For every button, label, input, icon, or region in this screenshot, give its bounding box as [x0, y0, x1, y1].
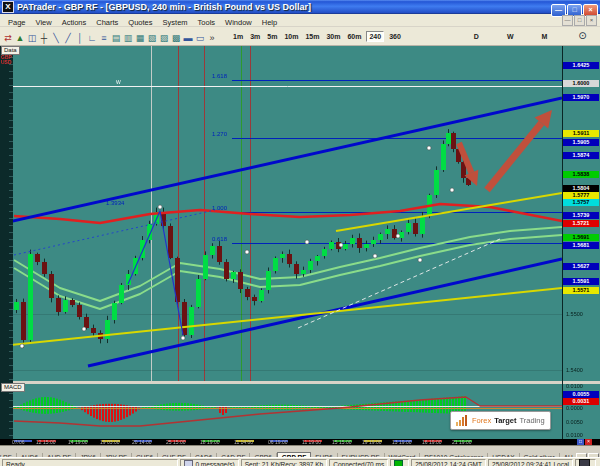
connection-panel-text: Connected/70 ms [333, 460, 384, 466]
instrument-tab-wildcard[interactable]: WildCard [385, 453, 421, 457]
instrument-tab-cad6[interactable]: CAD6 [191, 453, 217, 457]
toolbar-icons: ⇄▲◫┼╲╱│∟≡▤▥▦▧▨▩▬▭» [2, 27, 218, 45]
instrument-tab-gold-silver[interactable]: Gold-silver [520, 453, 560, 457]
timeframe-240[interactable]: 240 [366, 31, 384, 42]
timeframe-60m[interactable]: 60m [345, 32, 363, 41]
instrument-tab-usdax[interactable]: USDAX [488, 453, 519, 457]
instrument-tab-aud6[interactable]: AUD6 [17, 453, 43, 457]
timeframe-3m[interactable]: 3m [248, 32, 262, 41]
menu-bar: PageViewActionsChartsQuotesSystemToolsWi… [0, 14, 600, 27]
vertical-line-icon[interactable]: │ [74, 32, 86, 45]
timeframe-buttons: 1m3m5m10m15m30m60m240360 [228, 31, 403, 42]
period-d[interactable]: D [471, 32, 482, 41]
menu-help[interactable]: Help [257, 18, 282, 27]
instrument-tab-eur6[interactable]: EUR6 [311, 453, 337, 457]
toolbar: ⇄▲◫┼╲╱│∟≡▤▥▦▧▨▩▬▭» 1m3m5m10m15m30m60m240… [0, 27, 600, 46]
menu-page[interactable]: Page [3, 18, 31, 27]
period-m[interactable]: M [538, 32, 550, 41]
mdi-close-button[interactable]: × [586, 15, 597, 26]
menu-view[interactable]: View [31, 18, 57, 27]
messages-panel-text: 0 message(s) [195, 460, 234, 466]
status-ready: Ready [2, 459, 178, 466]
instrument-tab-chf-rf[interactable]: CHF RF [158, 453, 191, 457]
instrument-tabs: Y RFAUD6AUD RFJPY6JPY RFCHF6CHF RFCAD6CA… [0, 446, 578, 457]
menu-quotes[interactable]: Quotes [123, 18, 157, 27]
instrument-tab-aud-rf[interactable]: AUD RF [43, 453, 76, 457]
traffic-panel: Sent: 21 Kb/Recv: 3897 Kb [241, 459, 327, 466]
logo-bars-icon [456, 415, 468, 426]
application-window: X PATrader - GBP RF - [GBPUSD, 240 min -… [0, 0, 600, 466]
timeframe-1m[interactable]: 1m [231, 32, 245, 41]
instrument-tabs-bar: Y RFAUD6AUD RFJPY6JPY RFCHF6CHF RFCAD6CA… [0, 445, 600, 457]
pointer-icon[interactable]: ╲ [50, 32, 62, 45]
timeframe-30m[interactable]: 30m [324, 32, 342, 41]
logo-word-trading: Trading [520, 416, 545, 425]
instrument-tab-jpy-rf[interactable]: JPY RF [101, 453, 132, 457]
clock-icon[interactable]: ⊙ [578, 28, 586, 44]
angle-line-icon[interactable]: ∟ [86, 32, 98, 45]
tabs-scroll-right-icon[interactable]: ► [588, 453, 599, 457]
chart-area: Data GBPUSD MACD 1.6181.2701.0000.6181.3… [0, 46, 600, 445]
new-chart-icon[interactable]: ◫ [26, 32, 38, 45]
logo-word-target: Target [494, 416, 516, 425]
local-time-panel: 25/08/2012 09:24:41 Local [488, 459, 573, 466]
connect-icon[interactable]: ⇄ [2, 32, 14, 45]
volume-icon[interactable]: ▬ [182, 32, 194, 45]
tab-data[interactable]: Data [1, 46, 20, 55]
bar-chart-icon[interactable]: ▤ [110, 32, 122, 45]
logo-word-forex: Forex [472, 416, 491, 425]
menu-tools[interactable]: Tools [193, 18, 221, 27]
mdi-restore-button[interactable]: □ [574, 15, 585, 26]
timeframe-10m[interactable]: 10m [282, 32, 300, 41]
period-w[interactable]: W [504, 32, 517, 41]
histogram-icon[interactable]: ▧ [146, 32, 158, 45]
timeframe-15m[interactable]: 15m [303, 32, 321, 41]
app-tray-icon-glyph [579, 459, 590, 466]
symbol-label: GBPUSD [1, 55, 15, 65]
pane-close-button[interactable]: × [585, 439, 592, 445]
connection-status-icon-glyph [394, 460, 403, 466]
instrument-tab-chf6[interactable]: CHF6 [132, 453, 158, 457]
tab-macd[interactable]: MACD [1, 383, 25, 392]
pane-restore-button[interactable]: □ [577, 439, 584, 445]
traffic-panel-text: Sent: 21 Kb/Recv: 3897 Kb [245, 460, 323, 466]
menu-charts[interactable]: Charts [91, 18, 123, 27]
timeframe-5m[interactable]: 5m [265, 32, 279, 41]
messages-panel: 0 message(s) [180, 459, 238, 466]
tabs-scroll-buttons: ◄► [574, 446, 600, 457]
status-panels: 0 message(s)Sent: 21 Kb/Recv: 3897 KbCon… [180, 459, 598, 466]
mdi-minimize-button[interactable]: — [562, 15, 573, 26]
instrument-tab-jpy6[interactable]: JPY6 [76, 453, 101, 457]
period-buttons: DWM [449, 32, 551, 41]
gmt-time-panel: 25/08/2012 14:24 GMT [411, 459, 486, 466]
local-time-panel-text: 25/08/2012 09:24:41 Local [492, 460, 569, 466]
renko-icon[interactable]: ▩ [170, 32, 182, 45]
instrument-tab-y-rf[interactable]: Y RF [0, 453, 17, 457]
instrument-tab-gbp6[interactable]: GBP6 [250, 453, 276, 457]
fib-levels-icon[interactable]: ≡ [98, 32, 110, 45]
area-chart-icon[interactable]: ▦ [134, 32, 146, 45]
connection-status-icon [390, 459, 409, 466]
mdi-window-controls: —□× [561, 15, 597, 26]
instrument-tab-gbp-rf[interactable]: GBP RF [277, 452, 311, 457]
point-figure-icon[interactable]: ▨ [158, 32, 170, 45]
menu-system[interactable]: System [158, 18, 193, 27]
price-chart-canvas[interactable] [0, 46, 600, 445]
tabs-scroll-left-icon[interactable]: ◄ [576, 453, 587, 457]
menu-window[interactable]: Window [220, 18, 257, 27]
instrument-tab-rf1010-gatekeeper[interactable]: RF1010 Gatekeeper [420, 453, 488, 457]
timeframe-360[interactable]: 360 [387, 32, 403, 41]
app-tray-icon [575, 459, 596, 466]
trendline-icon[interactable]: ╱ [62, 32, 74, 45]
crosshair-icon[interactable]: ┼ [38, 32, 50, 45]
instrument-tab-cad-rf[interactable]: CAD RF [217, 453, 250, 457]
orders-icon[interactable]: ▲ [14, 32, 26, 45]
more-tools-icon[interactable]: » [206, 32, 218, 45]
status-bar: Ready 0 message(s)Sent: 21 Kb/Recv: 3897… [0, 457, 600, 466]
instrument-tab-eurusd-rf[interactable]: EURUSD RF [338, 453, 385, 457]
candle-chart-icon[interactable]: ▥ [122, 32, 134, 45]
gmt-time-panel-text: 25/08/2012 14:24 GMT [415, 460, 482, 466]
indicator-icon[interactable]: ▭ [194, 32, 206, 45]
forex-target-trading-logo: Forex Target Trading [450, 411, 551, 430]
menu-actions[interactable]: Actions [57, 18, 92, 27]
